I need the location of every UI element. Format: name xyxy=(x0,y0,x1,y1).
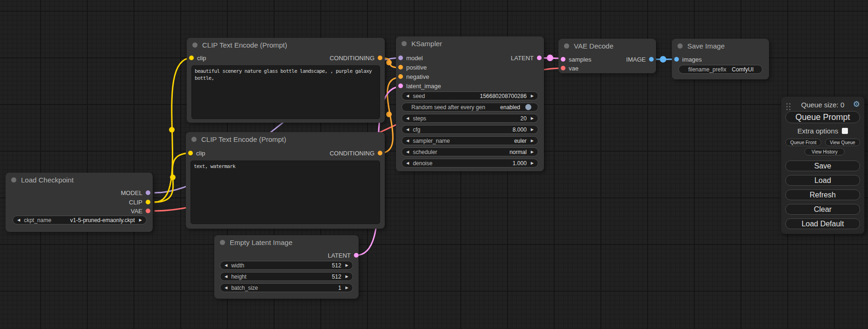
widget-height[interactable]: ◀ height 512 ▶ xyxy=(220,272,353,281)
collapse-dot-icon[interactable] xyxy=(192,42,198,48)
port-dot-latent-icon[interactable] xyxy=(537,56,542,60)
port-dot-latent-icon[interactable] xyxy=(354,253,359,258)
node-title-bar[interactable]: VAE Decode xyxy=(558,39,656,53)
input-latent-image[interactable]: latent_image xyxy=(398,81,441,91)
prompt-textarea[interactable]: text, watermark xyxy=(191,161,380,224)
increment-arrow-icon[interactable]: ▶ xyxy=(139,218,142,222)
output-vae[interactable]: VAE xyxy=(131,206,150,216)
prompt-textarea[interactable]: beautiful scenery nature glass bottle la… xyxy=(191,65,380,119)
decrement-arrow-icon[interactable]: ◀ xyxy=(225,286,227,290)
collapse-dot-icon[interactable] xyxy=(677,43,683,49)
queue-prompt-button[interactable]: Queue Prompt xyxy=(785,111,860,123)
link-midpoint-dot[interactable] xyxy=(169,127,175,133)
view-history-button[interactable]: View History xyxy=(804,148,845,155)
input-model[interactable]: model xyxy=(398,53,423,63)
node-clip-text-encode-positive[interactable]: CLIP Text Encode (Prompt) clip CONDITION… xyxy=(187,38,385,123)
link-midpoint-dot[interactable] xyxy=(386,60,392,65)
output-clip[interactable]: CLIP xyxy=(129,197,150,207)
port-dot-model-icon[interactable] xyxy=(398,56,403,60)
clear-button[interactable]: Clear xyxy=(785,204,860,215)
decrement-arrow-icon[interactable]: ◀ xyxy=(225,274,227,279)
output-conditioning[interactable]: CONDITIONING xyxy=(330,53,382,63)
extra-options-checkbox[interactable] xyxy=(842,128,848,134)
increment-arrow-icon[interactable]: ▶ xyxy=(531,127,534,132)
decrement-arrow-icon[interactable]: ◀ xyxy=(406,127,409,132)
output-conditioning[interactable]: CONDITIONING xyxy=(330,148,382,158)
node-ksampler[interactable]: KSampler model positive negative latent_… xyxy=(396,36,544,171)
increment-arrow-icon[interactable]: ▶ xyxy=(531,139,534,143)
refresh-button[interactable]: Refresh xyxy=(785,189,860,200)
link-midpoint-dot[interactable] xyxy=(170,175,176,180)
collapse-dot-icon[interactable] xyxy=(220,240,225,245)
widget-batch-size[interactable]: ◀ batch_size 1 ▶ xyxy=(220,283,353,292)
port-dot-conditioning-icon[interactable] xyxy=(398,65,403,70)
port-dot-model-icon[interactable] xyxy=(146,190,150,195)
port-dot-image-icon[interactable] xyxy=(674,57,679,62)
widget-filename-prefix[interactable]: filename_prefix ComfyUI xyxy=(678,65,762,74)
widget-ckpt-name[interactable]: ◀ ckpt_name v1-5-pruned-emaonly.ckpt ▶ xyxy=(13,216,147,224)
input-negative[interactable]: negative xyxy=(398,72,429,81)
widget-cfg[interactable]: ◀ cfg 8.000 ▶ xyxy=(402,125,538,134)
node-title-bar[interactable]: CLIP Text Encode (Prompt) xyxy=(186,132,385,146)
collapse-dot-icon[interactable] xyxy=(564,43,569,49)
port-dot-vae-icon[interactable] xyxy=(561,66,565,70)
link-midpoint-dot[interactable] xyxy=(386,112,392,117)
load-default-button[interactable]: Load Default xyxy=(785,218,860,229)
queue-front-button[interactable]: Queue Front xyxy=(785,139,821,146)
widget-random-seed-toggle[interactable]: Random seed after every gen enabled xyxy=(402,103,538,112)
save-button[interactable]: Save xyxy=(785,161,860,171)
port-dot-latent-icon[interactable] xyxy=(398,84,403,88)
node-vae-decode[interactable]: VAE Decode samples vae IMAGE xyxy=(558,39,656,73)
output-image[interactable]: IMAGE xyxy=(626,55,654,64)
widget-width[interactable]: ◀ width 512 ▶ xyxy=(220,261,353,270)
collapse-dot-icon[interactable] xyxy=(402,41,407,46)
output-latent[interactable]: LATENT xyxy=(328,251,359,260)
node-title-bar[interactable]: Load Checkpoint xyxy=(6,173,153,187)
node-clip-text-encode-negative[interactable]: CLIP Text Encode (Prompt) clip CONDITION… xyxy=(186,132,385,229)
toggle-knob-icon[interactable] xyxy=(525,104,531,110)
port-dot-conditioning-icon[interactable] xyxy=(398,74,403,79)
port-dot-conditioning-icon[interactable] xyxy=(378,56,382,60)
link-midpoint-dot[interactable] xyxy=(660,56,666,63)
output-model[interactable]: MODEL xyxy=(121,188,150,197)
node-load-checkpoint[interactable]: Load Checkpoint MODEL CLIP VAE ◀ ckpt_na… xyxy=(6,173,153,232)
input-clip[interactable]: clip xyxy=(189,53,206,63)
load-button[interactable]: Load xyxy=(785,175,860,186)
widget-denoise[interactable]: ◀ denoise 1.000 ▶ xyxy=(402,159,538,168)
decrement-arrow-icon[interactable]: ◀ xyxy=(406,150,409,154)
decrement-arrow-icon[interactable]: ◀ xyxy=(406,116,409,120)
link-midpoint-dot[interactable] xyxy=(547,55,553,61)
settings-gear-icon[interactable]: ⚙ xyxy=(853,99,860,109)
port-dot-image-icon[interactable] xyxy=(649,57,654,62)
node-title-bar[interactable]: CLIP Text Encode (Prompt) xyxy=(187,38,385,52)
widget-sampler-name[interactable]: ◀ sampler_name euler ▶ xyxy=(402,136,538,145)
increment-arrow-icon[interactable]: ▶ xyxy=(346,286,348,290)
node-empty-latent-image[interactable]: Empty Latent Image LATENT ◀ width 512 ▶ … xyxy=(214,235,359,299)
widget-scheduler[interactable]: ◀ scheduler normal ▶ xyxy=(402,147,538,156)
node-title-bar[interactable]: Save Image xyxy=(672,39,769,53)
decrement-arrow-icon[interactable]: ◀ xyxy=(406,94,409,98)
input-samples[interactable]: samples xyxy=(561,55,591,64)
port-dot-clip-icon[interactable] xyxy=(146,200,150,204)
node-save-image[interactable]: Save Image images filename_prefix ComfyU… xyxy=(672,39,769,79)
widget-steps[interactable]: ◀ steps 20 ▶ xyxy=(402,114,538,123)
port-dot-clip-icon[interactable] xyxy=(188,151,193,155)
decrement-arrow-icon[interactable]: ◀ xyxy=(406,139,409,143)
node-title-bar[interactable]: KSampler xyxy=(396,36,544,50)
output-latent[interactable]: LATENT xyxy=(511,53,542,63)
port-dot-clip-icon[interactable] xyxy=(189,56,194,60)
decrement-arrow-icon[interactable]: ◀ xyxy=(225,263,227,267)
collapse-dot-icon[interactable] xyxy=(191,137,197,142)
increment-arrow-icon[interactable]: ▶ xyxy=(531,161,534,165)
decrement-arrow-icon[interactable]: ◀ xyxy=(17,218,20,222)
input-vae[interactable]: vae xyxy=(561,63,579,73)
port-dot-vae-icon[interactable] xyxy=(146,209,150,213)
increment-arrow-icon[interactable]: ▶ xyxy=(531,116,534,120)
decrement-arrow-icon[interactable]: ◀ xyxy=(406,161,409,165)
input-positive[interactable]: positive xyxy=(398,63,427,72)
port-dot-latent-icon[interactable] xyxy=(561,57,565,62)
widget-seed[interactable]: ◀ seed 156680208700286 ▶ xyxy=(402,91,538,100)
port-dot-conditioning-icon[interactable] xyxy=(378,151,382,155)
increment-arrow-icon[interactable]: ▶ xyxy=(346,263,348,267)
input-clip[interactable]: clip xyxy=(188,148,205,158)
